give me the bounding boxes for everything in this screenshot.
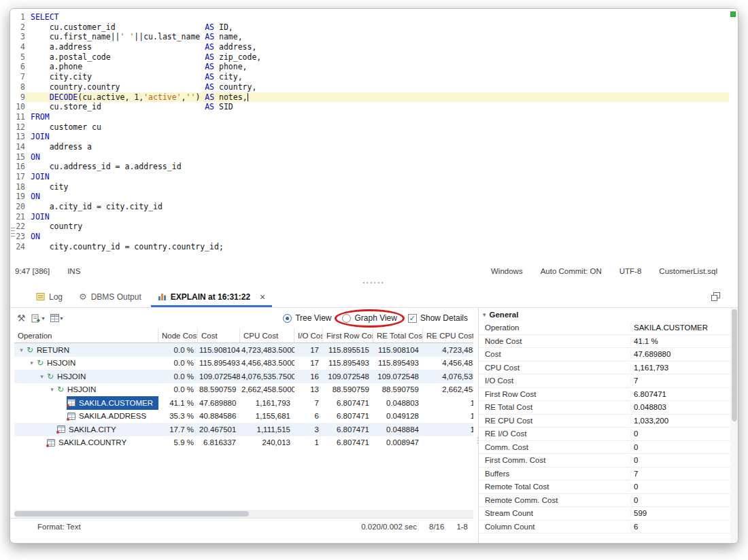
code-line[interactable]: 3 cu.first_name||' '||cu.last_name AS na… (10, 32, 738, 42)
sql-editor[interactable]: 1SELECT2 cu.customer_id AS ID,3 cu.first… (10, 9, 738, 263)
close-icon[interactable]: × (260, 292, 265, 302)
radio-tree-view[interactable] (283, 314, 292, 323)
code-line[interactable]: 11FROM (10, 112, 738, 122)
code-line[interactable]: 21JOIN (10, 212, 738, 222)
code-line[interactable]: 5 a.postal_code AS zip_code, (10, 52, 738, 63)
properties-scrollbar[interactable] (730, 308, 738, 543)
column-header[interactable]: RE Total Cost (373, 328, 423, 343)
plan-row[interactable]: ▾↻HSJOIN0.0 %88.5907592,662,458.50000013… (14, 383, 473, 397)
tab-dbms-output[interactable]: ⚙ DBMS Output (71, 286, 150, 307)
code-line[interactable]: 8 country.country AS country, (10, 82, 738, 92)
property-value[interactable]: 0 (631, 483, 730, 491)
plan-cell[interactable]: 41.1 % (158, 396, 198, 410)
plan-cell[interactable]: 0.048803 (373, 396, 423, 410)
plan-row[interactable]: SAKILA.CITY17.7 %20.4675011,111,51536.80… (14, 423, 473, 436)
plan-cell[interactable]: 88.590759 (198, 383, 240, 397)
plan-cell[interactable]: 0.0 % (158, 343, 198, 357)
code-line[interactable]: 4 a.address AS address, (10, 42, 738, 52)
tab-explain[interactable]: EXPLAIN at 16:31:22 × (150, 286, 274, 307)
status-item[interactable]: UTF-8 (619, 267, 642, 275)
property-row[interactable]: First Row Cost6.807471 (479, 388, 730, 402)
plan-cell[interactable]: 1,065,600 (423, 423, 473, 436)
plan-cell[interactable]: 17 (294, 343, 323, 357)
plan-cell[interactable]: 115.908104 (373, 343, 423, 357)
column-header[interactable]: Cost (198, 328, 240, 343)
plan-cell[interactable]: 6.807471 (323, 396, 373, 410)
property-value[interactable]: 7 (631, 470, 730, 478)
plan-cell[interactable]: 4,456,483.500000 (240, 357, 294, 370)
property-value[interactable]: 0 (631, 443, 730, 451)
graph-view-option[interactable]: Graph View (342, 313, 396, 323)
plan-cell[interactable]: 0.0 % (158, 370, 198, 383)
plan-row[interactable]: ▾↻HSJOIN0.0 %115.8954934,456,483.5000001… (14, 357, 473, 370)
property-row[interactable]: Remote Total Cost0 (479, 480, 730, 494)
plan-cell[interactable]: 1,111,515 (240, 423, 294, 436)
plan-cell[interactable]: 17.7 % (158, 423, 198, 436)
radio-graph-view[interactable] (342, 314, 351, 323)
plan-cell[interactable]: 115.895493 (373, 357, 423, 370)
expander-icon[interactable]: ▾ (48, 386, 56, 393)
property-value[interactable]: 1,033,200 (631, 417, 730, 425)
status-item[interactable]: Windows (491, 267, 523, 275)
editor-left-grip[interactable] (11, 228, 15, 237)
property-row[interactable]: RE CPU Cost1,033,200 (479, 415, 730, 428)
plan-cell[interactable]: 3 (294, 423, 323, 436)
expander-icon[interactable]: ▾ (37, 373, 46, 380)
code-line[interactable]: 6 a.phone AS phone, (10, 62, 738, 72)
property-row[interactable]: First Comm. Cost0 (479, 454, 730, 468)
code-line[interactable]: 7 city.city AS city, (10, 72, 738, 82)
plan-cell[interactable]: 6 (294, 410, 323, 423)
horizontal-sash[interactable]: •••••• (10, 279, 738, 286)
configure-button[interactable]: ⚒ (17, 313, 26, 323)
view-format-button[interactable]: ▾ (50, 314, 63, 322)
property-value[interactable]: 0.048803 (631, 403, 730, 411)
plan-cell[interactable]: 5.9 % (158, 436, 198, 450)
property-row[interactable]: Cost47.689880 (479, 348, 730, 362)
plan-row[interactable]: ▾↻HSJOIN0.0 %109.0725484,076,535.7500001… (14, 370, 473, 383)
property-value[interactable]: 47.689880 (631, 350, 730, 358)
scrollbar-thumb[interactable] (732, 309, 737, 421)
expander-icon[interactable]: ▾ (17, 347, 26, 353)
code-line[interactable]: 10 cu.store_id AS SID (10, 102, 738, 112)
status-item[interactable]: Auto Commit: ON (541, 267, 602, 275)
code-line[interactable]: 24 city.country_id = country.country_id; (10, 242, 738, 252)
plan-cell[interactable]: 47.689880 (198, 396, 240, 410)
plan-cell[interactable]: 115.895515 (323, 343, 373, 357)
code-line[interactable]: 2 cu.customer_id AS ID, (10, 22, 738, 33)
plan-cell[interactable]: 115.895493 (323, 357, 373, 370)
property-value[interactable]: 6 (631, 523, 730, 531)
overview-ruler[interactable] (729, 9, 738, 263)
code-line[interactable]: 20 a.city_id = city.city_id (10, 202, 738, 212)
code-line[interactable]: 23ON (10, 232, 738, 242)
plan-cell[interactable]: 6.807471 (323, 423, 373, 436)
code-line[interactable]: 1SELECT (10, 12, 738, 22)
plan-cell[interactable]: 1,033,200 (423, 396, 473, 410)
code-line[interactable]: 14 address a (10, 142, 738, 152)
plan-cell[interactable]: 0.008947 (373, 436, 423, 450)
property-row[interactable]: Buffers7 (479, 468, 730, 481)
plan-cell[interactable]: 40.884586 (198, 410, 240, 423)
code-line[interactable]: 16 cu.address_id = a.address_id (10, 162, 738, 172)
plan-row[interactable]: ▾↻RETURN0.0 %115.9081044,723,483.5000001… (14, 343, 473, 357)
property-row[interactable]: RE I/O Cost0 (479, 427, 730, 441)
plan-row[interactable]: SAKILA.CUSTOMER41.1 %47.6898801,161,7937… (14, 396, 473, 410)
property-value[interactable]: 7 (631, 377, 730, 385)
property-value[interactable]: 1,161,793 (631, 364, 730, 372)
property-row[interactable]: Column Count6 (479, 521, 730, 534)
property-row[interactable]: Stream Count599 (479, 507, 730, 521)
export-button[interactable]: ▾ (31, 314, 45, 323)
property-value[interactable]: 41.1 % (631, 337, 730, 345)
column-header[interactable]: I/O Cost (294, 328, 323, 343)
property-row[interactable]: Comm. Cost0 (479, 441, 730, 455)
plan-cell[interactable]: 2,662,458.500000 (423, 383, 473, 397)
vertical-splitter[interactable]: ⋮ (473, 308, 478, 543)
plan-cell[interactable]: 6.807471 (323, 436, 373, 450)
plan-cell[interactable]: 35.3 % (158, 410, 198, 423)
plan-cell[interactable] (423, 436, 473, 450)
plan-cell[interactable]: 0.0 % (158, 357, 198, 370)
plan-cell[interactable]: 6.807471 (323, 410, 373, 423)
show-details-option[interactable]: ✓ Show Details (408, 313, 468, 323)
insert-mode-indicator[interactable]: INS (67, 267, 80, 275)
column-header[interactable]: Operation (14, 328, 158, 343)
plan-cell[interactable]: 0.048884 (373, 423, 423, 436)
